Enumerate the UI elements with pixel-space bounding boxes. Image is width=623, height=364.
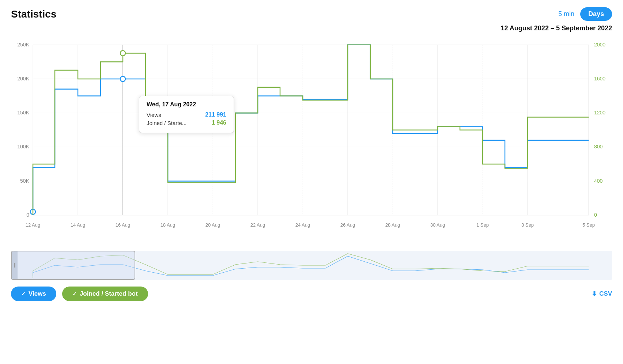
header-controls: 5 min Days (558, 7, 612, 21)
date-range: 12 August 2022 – 5 September 2022 (11, 24, 612, 32)
svg-text:12 Aug: 12 Aug (26, 222, 40, 228)
svg-text:18 Aug: 18 Aug (161, 222, 175, 228)
svg-text:24 Aug: 24 Aug (295, 222, 310, 228)
joined-legend-label: Joined / Started bot (80, 290, 138, 297)
tooltip-views-row: Views 211 991 (147, 111, 226, 118)
tooltip-date: Wed, 17 Aug 2022 (147, 101, 226, 108)
tooltip-joined-label: Joined / Starte... (147, 120, 186, 126)
svg-text:16 Aug: 16 Aug (116, 222, 130, 228)
svg-text:1200: 1200 (594, 110, 605, 115)
tooltip-views-label: Views (147, 112, 161, 118)
days-button[interactable]: Days (580, 7, 612, 21)
main-container: Statistics 5 min Days 12 August 2022 – 5… (0, 0, 623, 364)
svg-text:0: 0 (594, 212, 597, 218)
svg-text:22 Aug: 22 Aug (250, 222, 265, 228)
svg-text:30 Aug: 30 Aug (430, 222, 445, 228)
minimap-svg (11, 251, 612, 280)
joined-checkmark: ✓ (72, 291, 77, 297)
minimap-area[interactable] (11, 251, 612, 280)
svg-text:14 Aug: 14 Aug (71, 222, 85, 228)
tooltip-joined-row: Joined / Starte... 1 946 (147, 120, 226, 126)
svg-text:400: 400 (594, 178, 603, 183)
tooltip-joined-value: 1 946 (212, 120, 226, 126)
legend-left: ✓ Views ✓ Joined / Started bot (11, 287, 148, 301)
svg-text:800: 800 (594, 144, 603, 149)
svg-text:5 Sep: 5 Sep (582, 222, 595, 228)
views-legend-label: Views (29, 290, 46, 297)
main-chart-svg: 250K 200K 150K 100K 50K 0 2000 1600 1200… (11, 37, 612, 249)
svg-text:1 Sep: 1 Sep (476, 222, 489, 228)
svg-text:250K: 250K (17, 42, 29, 48)
page-title: Statistics (11, 8, 57, 20)
svg-text:0: 0 (26, 212, 29, 218)
svg-text:200K: 200K (17, 76, 29, 81)
csv-button[interactable]: ⬇ CSV (592, 290, 612, 298)
header: Statistics 5 min Days (11, 7, 612, 21)
views-checkmark: ✓ (21, 291, 26, 297)
svg-text:3 Sep: 3 Sep (521, 222, 534, 228)
svg-point-45 (120, 76, 125, 82)
tooltip: Wed, 17 Aug 2022 Views 211 991 Joined / … (139, 96, 234, 133)
tooltip-views-value: 211 991 (205, 111, 226, 118)
legend-area: ✓ Views ✓ Joined / Started bot ⬇ CSV (11, 287, 612, 301)
csv-label: CSV (599, 290, 612, 297)
views-legend-button[interactable]: ✓ Views (11, 287, 56, 301)
svg-text:100K: 100K (17, 144, 29, 149)
download-icon: ⬇ (592, 290, 597, 298)
svg-text:28 Aug: 28 Aug (385, 222, 400, 228)
svg-text:2000: 2000 (594, 42, 605, 48)
svg-text:150K: 150K (17, 110, 29, 115)
svg-text:26 Aug: 26 Aug (340, 222, 355, 228)
svg-text:50K: 50K (20, 178, 29, 183)
5min-button[interactable]: 5 min (558, 10, 574, 18)
svg-point-47 (120, 50, 125, 56)
chart-area: 250K 200K 150K 100K 50K 0 2000 1600 1200… (11, 37, 612, 249)
joined-legend-button[interactable]: ✓ Joined / Started bot (62, 287, 148, 301)
svg-text:20 Aug: 20 Aug (205, 222, 220, 228)
svg-text:1600: 1600 (594, 76, 605, 81)
